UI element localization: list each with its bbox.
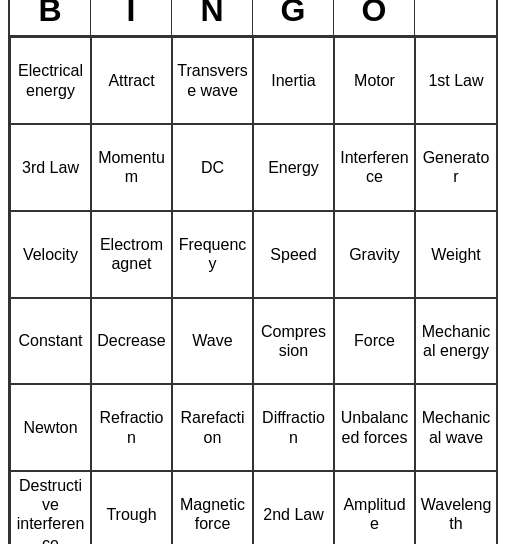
bingo-cell-25: Refraction	[91, 384, 172, 471]
bingo-card: B I N G O Electrical energyAttractTransv…	[8, 0, 498, 544]
bingo-cell-24: Newton	[10, 384, 91, 471]
bingo-cell-2: Transverse wave	[172, 37, 253, 124]
header-b: B	[10, 0, 91, 35]
bingo-cell-28: Unbalanced forces	[334, 384, 415, 471]
bingo-cell-0: Electrical energy	[10, 37, 91, 124]
bingo-cell-32: Magnetic force	[172, 471, 253, 544]
bingo-cell-7: Momentum	[91, 124, 172, 211]
bingo-cell-27: Diffraction	[253, 384, 334, 471]
bingo-cell-14: Frequency	[172, 211, 253, 298]
bingo-cell-17: Weight	[415, 211, 496, 298]
bingo-cell-1: Attract	[91, 37, 172, 124]
header-i: I	[91, 0, 172, 35]
bingo-cell-13: Electromagnet	[91, 211, 172, 298]
bingo-cell-35: Wavelength	[415, 471, 496, 544]
bingo-cell-8: DC	[172, 124, 253, 211]
bingo-cell-11: Generator	[415, 124, 496, 211]
bingo-cell-18: Constant	[10, 298, 91, 385]
bingo-header: B I N G O	[10, 0, 496, 37]
bingo-cell-9: Energy	[253, 124, 334, 211]
header-n: N	[172, 0, 253, 35]
bingo-grid: Electrical energyAttractTransverse waveI…	[10, 37, 496, 544]
bingo-cell-22: Force	[334, 298, 415, 385]
bingo-cell-3: Inertia	[253, 37, 334, 124]
bingo-cell-21: Compression	[253, 298, 334, 385]
bingo-cell-29: Mechanical wave	[415, 384, 496, 471]
bingo-cell-10: Interference	[334, 124, 415, 211]
bingo-cell-19: Decrease	[91, 298, 172, 385]
bingo-cell-26: Rarefaction	[172, 384, 253, 471]
header-o: O	[334, 0, 415, 35]
bingo-cell-5: 1st Law	[415, 37, 496, 124]
bingo-cell-4: Motor	[334, 37, 415, 124]
bingo-cell-33: 2nd Law	[253, 471, 334, 544]
bingo-cell-16: Gravity	[334, 211, 415, 298]
bingo-cell-30: Destructive interference	[10, 471, 91, 544]
header-blank	[415, 0, 496, 35]
bingo-cell-23: Mechanical energy	[415, 298, 496, 385]
bingo-cell-15: Speed	[253, 211, 334, 298]
bingo-cell-31: Trough	[91, 471, 172, 544]
bingo-cell-6: 3rd Law	[10, 124, 91, 211]
bingo-cell-20: Wave	[172, 298, 253, 385]
bingo-cell-12: Velocity	[10, 211, 91, 298]
header-g: G	[253, 0, 334, 35]
bingo-cell-34: Amplitude	[334, 471, 415, 544]
